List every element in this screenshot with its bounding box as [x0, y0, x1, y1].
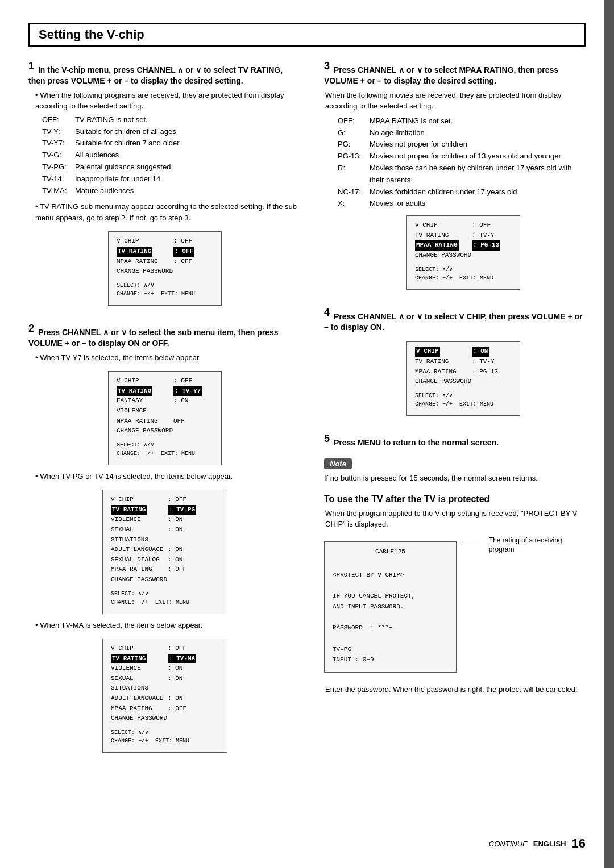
menu-box-ma: V CHIP: OFF TV RATING: TV-MA VIOLENCE: O…	[102, 639, 227, 753]
protect-title: To use the TV after the TV is protected	[324, 494, 586, 504]
note-label: Note	[324, 458, 352, 469]
step2-bullet3: When TV-MA is selected, the items below …	[35, 620, 301, 631]
step2-heading: 2 Press CHANNEL ∧ or ∨ to select the sub…	[28, 322, 301, 349]
menu-box-step1: V CHIP: OFF TV RATING: OFF MPAA RATING: …	[108, 231, 222, 305]
note-section: Note If no button is pressed for 15 seco…	[324, 458, 586, 484]
step-5: 5 Press MENU to return to the normal scr…	[324, 432, 586, 448]
menu-box-step3: V CHIP: OFF TV RATING: TV-Y MPAA RATING:…	[406, 215, 520, 289]
footer-pagenum: 16	[572, 836, 586, 851]
step4-heading: 4 Press CHANNEL ∧ or ∨ to select V CHIP,…	[324, 306, 586, 333]
protect-section: To use the TV after the TV is protected …	[324, 494, 586, 695]
footer-english: ENGLISH	[533, 840, 566, 848]
step1-note: TV RATING sub menu may appear according …	[35, 201, 301, 223]
menu-box-y7: V CHIP: OFF TV RATING: TV-Y7 FANTASY VIO…	[108, 371, 222, 465]
protect-arrow: The rating of a receiving program	[461, 536, 586, 555]
protect-menu-area: CABLE125 <PROTECT BY V CHIP> IF YOU CANC…	[324, 536, 586, 679]
protect-menu-box: CABLE125 <PROTECT BY V CHIP> IF YOU CANC…	[324, 541, 457, 673]
step3-heading: 3 Press CHANNEL ∧ or ∨ to select MPAA RA…	[324, 59, 586, 87]
step-2: 2 Press CHANNEL ∧ or ∨ to select the sub…	[28, 322, 301, 758]
right-sidebar-accent	[604, 0, 614, 868]
protect-body: When the program applied to the V-chip s…	[325, 508, 586, 530]
step-1: 1 In the V-chip menu, press CHANNEL ∧ or…	[28, 59, 301, 311]
step-3: 3 Press CHANNEL ∧ or ∨ to select MPAA RA…	[324, 59, 586, 295]
protect-arrow-label: The rating of a receiving program	[489, 536, 586, 555]
menu-box-step4: V CHIP: ON TV RATING: TV-Y MPAA RATING: …	[406, 341, 520, 415]
step3-body: When the following movies are received, …	[325, 90, 586, 112]
step3-rating-list: OFF:MPAA RATING is not set. G:No age lim…	[338, 115, 586, 210]
step1-rating-list: OFF:TV RATING is not set. TV-Y:Suitable …	[42, 114, 301, 197]
page-title: Setting the V-chip	[28, 23, 586, 47]
note-text: If no button is pressed for 15 seconds, …	[324, 473, 586, 484]
step2-bullet1: When TV-Y7 is selected, the items below …	[35, 352, 301, 364]
menu-box-pg: V CHIP: OFF TV RATING: TV-PG VIOLENCE: O…	[102, 490, 227, 614]
protect-footer: Enter the password. When the password is…	[325, 684, 586, 695]
step2-bullet2: When TV-PG or TV-14 is selected, the ite…	[35, 471, 301, 482]
footer-continue: CONTINUE	[489, 840, 528, 848]
step5-heading: 5 Press MENU to return to the normal scr…	[324, 432, 586, 448]
step-4: 4 Press CHANNEL ∧ or ∨ to select V CHIP,…	[324, 306, 586, 422]
step1-bullet: When the following programs are received…	[35, 90, 301, 112]
page-footer: CONTINUE ENGLISH 16	[489, 836, 586, 851]
step1-heading: 1 In the V-chip menu, press CHANNEL ∧ or…	[28, 59, 301, 87]
